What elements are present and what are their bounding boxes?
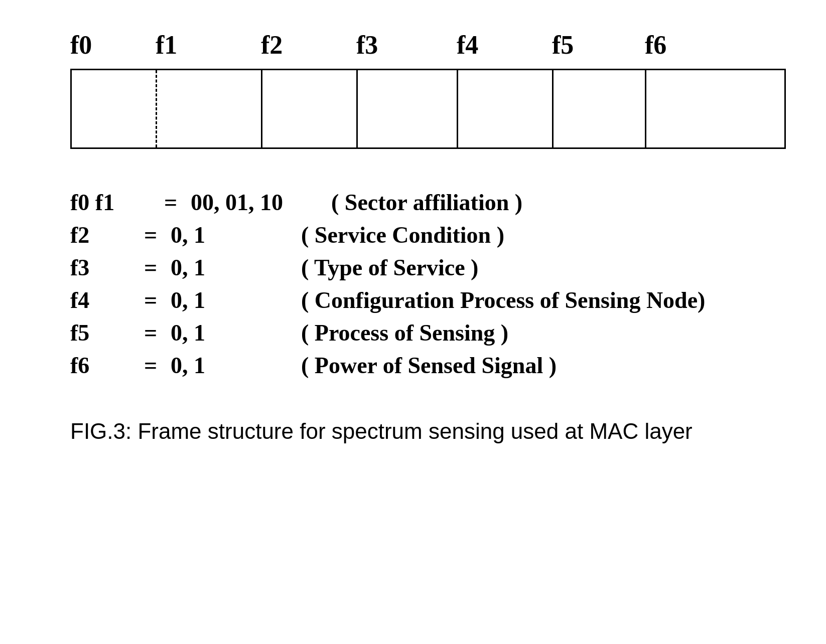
legend-values-5: 0, 1 bbox=[171, 352, 301, 379]
legend-values-2: 0, 1 bbox=[171, 254, 301, 281]
legend-field-4: f5 bbox=[70, 319, 130, 346]
legend-desc-2: ( Type of Service ) bbox=[301, 254, 478, 281]
legend-section: f0 f1 = 00, 01, 10 ( Sector affiliation … bbox=[40, 189, 786, 379]
legend-field-5: f6 bbox=[70, 352, 130, 379]
legend-desc-1: ( Service Condition ) bbox=[301, 222, 504, 248]
legend-row-5: f6 = 0, 1 ( Power of Sensed Signal ) bbox=[70, 352, 786, 379]
legend-values-3: 0, 1 bbox=[171, 287, 301, 313]
legend-field-2: f3 bbox=[70, 254, 130, 281]
frame-cell-f0 bbox=[72, 70, 157, 147]
label-f4: f4 bbox=[457, 30, 552, 60]
label-f1: f1 bbox=[156, 30, 261, 60]
frame-diagram bbox=[40, 69, 786, 149]
legend-eq-3: = bbox=[130, 287, 171, 313]
frame-cell-f4 bbox=[458, 70, 554, 147]
legend-row-0: f0 f1 = 00, 01, 10 ( Sector affiliation … bbox=[70, 189, 786, 216]
legend-field-1: f2 bbox=[70, 222, 130, 248]
legend-field-0: f0 f1 bbox=[70, 189, 151, 216]
frame-header-labels: f0 f1 f2 f3 f4 f5 f6 bbox=[40, 30, 786, 60]
legend-eq-1: = bbox=[130, 222, 171, 248]
label-f0: f0 bbox=[70, 30, 156, 60]
frame-cell-f2 bbox=[262, 70, 358, 147]
legend-values-4: 0, 1 bbox=[171, 319, 301, 346]
legend-desc-0: ( Sector affiliation ) bbox=[331, 189, 522, 216]
legend-desc-4: ( Process of Sensing ) bbox=[301, 319, 508, 346]
legend-desc-5: ( Power of Sensed Signal ) bbox=[301, 352, 557, 379]
legend-values-0: 00, 01, 10 bbox=[191, 189, 331, 216]
frame-cell-f5 bbox=[554, 70, 646, 147]
figure-caption: FIG.3: Frame structure for spectrum sens… bbox=[40, 419, 786, 444]
legend-row-3: f4 = 0, 1 ( Configuration Process of Sen… bbox=[70, 287, 786, 313]
label-f5: f5 bbox=[552, 30, 645, 60]
legend-row-1: f2 = 0, 1 ( Service Condition ) bbox=[70, 222, 786, 248]
legend-values-1: 0, 1 bbox=[171, 222, 301, 248]
legend-eq-2: = bbox=[130, 254, 171, 281]
frame-table bbox=[70, 69, 786, 149]
label-f2: f2 bbox=[261, 30, 356, 60]
frame-cell-f3 bbox=[358, 70, 458, 147]
legend-eq-0: = bbox=[151, 189, 191, 216]
frame-cell-f1 bbox=[157, 70, 262, 147]
legend-eq-5: = bbox=[130, 352, 171, 379]
legend-row-4: f5 = 0, 1 ( Process of Sensing ) bbox=[70, 319, 786, 346]
frame-cell-f6 bbox=[646, 70, 784, 147]
legend-eq-4: = bbox=[130, 319, 171, 346]
legend-row-2: f3 = 0, 1 ( Type of Service ) bbox=[70, 254, 786, 281]
label-f3: f3 bbox=[356, 30, 457, 60]
label-f6: f6 bbox=[645, 30, 786, 60]
legend-field-3: f4 bbox=[70, 287, 130, 313]
legend-desc-3: ( Configuration Process of Sensing Node) bbox=[301, 287, 705, 313]
